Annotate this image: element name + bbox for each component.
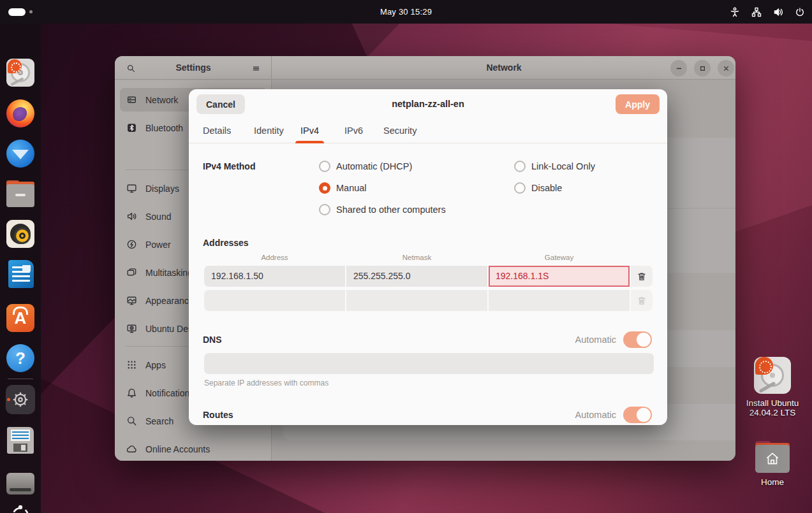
close-button[interactable] bbox=[718, 60, 734, 76]
delete-address-button-disabled bbox=[631, 290, 653, 311]
gateway-input-invalid[interactable]: 192.168.1.1S bbox=[489, 266, 630, 287]
dialog-title: netplan-zz-all-en bbox=[265, 89, 591, 119]
dock: A ? bbox=[0, 24, 41, 513]
radio-icon bbox=[319, 161, 330, 172]
install-ubuntu-icon bbox=[754, 357, 791, 394]
clock[interactable]: May 30 15:29 bbox=[0, 7, 812, 17]
dock-thunderbird-icon[interactable] bbox=[6, 139, 35, 168]
desktop-icon-install-ubuntu[interactable]: Install Ubuntu 24.04.2 LTS bbox=[737, 357, 808, 417]
system-tray[interactable] bbox=[729, 0, 806, 24]
network-wired-icon[interactable] bbox=[751, 6, 762, 18]
volume-icon[interactable] bbox=[772, 6, 784, 18]
tab-details[interactable]: Details bbox=[198, 119, 236, 143]
radio-icon bbox=[319, 204, 330, 215]
radio-manual[interactable]: Manual bbox=[319, 180, 367, 196]
sidebar-headerbar: Settings bbox=[115, 56, 272, 80]
radio-icon bbox=[514, 161, 526, 172]
routes-row: Routes Automatic bbox=[203, 407, 652, 423]
dock-ubuntu-logo-icon[interactable] bbox=[6, 501, 35, 513]
dock-files-icon[interactable] bbox=[6, 179, 35, 208]
accessibility-icon[interactable] bbox=[729, 6, 741, 18]
ipv4-method-label: IPv4 Method bbox=[203, 161, 255, 171]
radio-link-local[interactable]: Link-Local Only bbox=[514, 159, 595, 174]
addresses-label: Addresses bbox=[203, 238, 249, 248]
install-ubuntu-label-line1: Install Ubuntu bbox=[737, 398, 808, 408]
address-row-empty bbox=[204, 290, 654, 311]
tab-ipv6[interactable]: IPv6 bbox=[339, 119, 368, 143]
address-row: 192.168.1.50 255.255.255.0 192.168.1.1S bbox=[204, 266, 654, 287]
cancel-button[interactable]: Cancel bbox=[196, 94, 245, 114]
dock-firefox-icon[interactable] bbox=[6, 99, 35, 128]
minimize-button[interactable] bbox=[670, 60, 687, 76]
dock-separator bbox=[8, 379, 33, 379]
dock-settings-icon[interactable] bbox=[6, 385, 35, 414]
dns-automatic-label: Automatic bbox=[575, 335, 616, 345]
tab-security[interactable]: Security bbox=[378, 119, 422, 143]
trash-icon bbox=[637, 271, 647, 282]
dns-automatic-toggle[interactable] bbox=[623, 331, 652, 348]
netmask-input[interactable] bbox=[346, 290, 487, 311]
dock-removable-drive-icon[interactable] bbox=[6, 466, 35, 496]
routes-automatic-label: Automatic bbox=[575, 410, 616, 420]
radio-automatic-dhcp[interactable]: Automatic (DHCP) bbox=[319, 159, 412, 174]
page-title: Network bbox=[272, 56, 735, 80]
dns-servers-input[interactable] bbox=[204, 353, 654, 374]
column-address: Address bbox=[204, 254, 345, 261]
address-input[interactable]: 192.168.1.50 bbox=[204, 266, 345, 287]
tab-identity[interactable]: Identity bbox=[249, 119, 289, 143]
dock-help-icon[interactable]: ? bbox=[6, 343, 35, 373]
maximize-button[interactable] bbox=[694, 60, 711, 76]
radio-selected-icon bbox=[319, 182, 330, 194]
home-folder-icon bbox=[755, 445, 790, 473]
sidebar-item-online-accounts[interactable]: Online Accounts bbox=[120, 437, 267, 461]
dock-app-center-icon[interactable]: A bbox=[6, 303, 35, 333]
connection-editor-dialog: Cancel netplan-zz-all-en Apply Details I… bbox=[189, 89, 667, 425]
home-label: Home bbox=[737, 477, 808, 487]
apply-button[interactable]: Apply bbox=[616, 94, 660, 114]
radio-icon bbox=[514, 182, 526, 194]
addresses-column-headers: Address Netmask Gateway bbox=[204, 254, 654, 261]
top-bar: May 30 15:29 bbox=[0, 0, 812, 24]
column-netmask: Netmask bbox=[346, 254, 487, 261]
toggle-knob bbox=[637, 333, 651, 347]
running-indicator-dot bbox=[7, 398, 10, 401]
dock-ubuntu-installer-icon[interactable] bbox=[6, 58, 35, 87]
address-input[interactable] bbox=[204, 290, 345, 311]
netmask-input[interactable]: 255.255.255.0 bbox=[346, 266, 487, 287]
routes-automatic-toggle[interactable] bbox=[623, 407, 652, 423]
dock-rhythmbox-icon[interactable] bbox=[6, 219, 35, 249]
tab-ipv4[interactable]: IPv4 bbox=[295, 119, 324, 143]
trash-icon bbox=[637, 296, 647, 306]
desktop-icon-home[interactable]: Home bbox=[737, 445, 808, 487]
toggle-knob bbox=[637, 408, 651, 422]
install-ubuntu-label-line2: 24.04.2 LTS bbox=[737, 408, 808, 417]
house-icon bbox=[764, 451, 781, 467]
gateway-input[interactable] bbox=[489, 290, 630, 311]
dns-helper-text: Separate IP addresses with commas bbox=[204, 379, 328, 387]
dialog-tabs: Details Identity IPv4 IPv6 Security bbox=[189, 119, 667, 143]
radio-disable[interactable]: Disable bbox=[514, 180, 562, 196]
dns-row: DNS Automatic bbox=[203, 331, 652, 348]
column-gateway: Gateway bbox=[489, 254, 630, 261]
delete-address-button[interactable] bbox=[631, 266, 653, 287]
main-menu-icon[interactable] bbox=[247, 60, 264, 76]
power-icon[interactable] bbox=[794, 6, 806, 18]
dock-libreoffice-writer-icon[interactable] bbox=[6, 259, 35, 289]
settings-headerbar: Settings Network bbox=[115, 56, 735, 80]
dock-disks-icon[interactable] bbox=[6, 426, 35, 455]
radio-shared[interactable]: Shared to other computers bbox=[319, 202, 446, 217]
routes-label: Routes bbox=[203, 410, 233, 420]
dns-label: DNS bbox=[203, 335, 222, 345]
